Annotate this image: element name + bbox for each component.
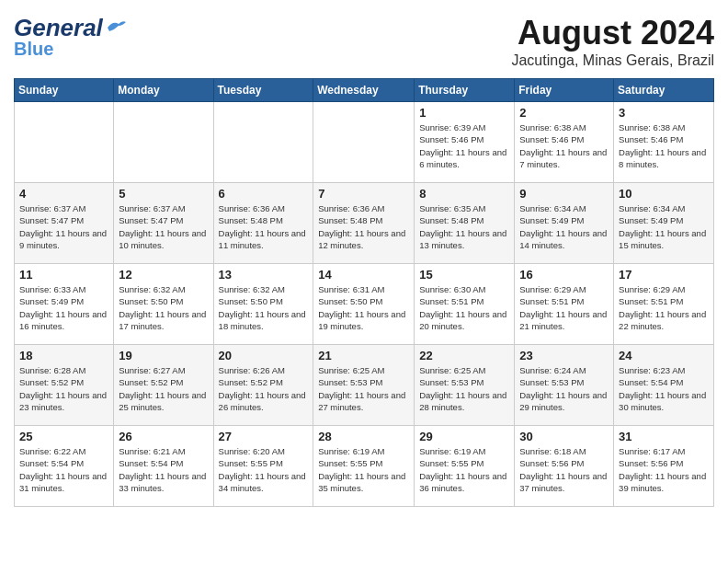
calendar-cell: 1Sunrise: 6:39 AMSunset: 5:46 PMDaylight… (415, 102, 515, 183)
calendar-cell: 3Sunrise: 6:38 AMSunset: 5:46 PMDaylight… (614, 102, 714, 183)
calendar-cell: 31Sunrise: 6:17 AMSunset: 5:56 PMDayligh… (614, 426, 714, 507)
calendar-week-3: 11Sunrise: 6:33 AMSunset: 5:49 PMDayligh… (15, 264, 714, 345)
day-info: Sunrise: 6:38 AMSunset: 5:46 PMDaylight:… (519, 121, 609, 170)
calendar-cell: 6Sunrise: 6:36 AMSunset: 5:48 PMDaylight… (213, 183, 313, 264)
calendar-cell: 27Sunrise: 6:20 AMSunset: 5:55 PMDayligh… (213, 426, 313, 507)
day-number: 22 (419, 349, 509, 362)
day-info: Sunrise: 6:18 AMSunset: 5:56 PMDaylight:… (519, 445, 609, 494)
day-number: 31 (619, 430, 709, 443)
day-info: Sunrise: 6:37 AMSunset: 5:47 PMDaylight:… (19, 202, 108, 251)
calendar-cell: 13Sunrise: 6:32 AMSunset: 5:50 PMDayligh… (213, 264, 313, 345)
day-number: 15 (419, 268, 509, 282)
day-header-friday: Friday (515, 79, 614, 102)
calendar-week-5: 25Sunrise: 6:22 AMSunset: 5:54 PMDayligh… (15, 426, 714, 507)
day-info: Sunrise: 6:37 AMSunset: 5:47 PMDaylight:… (119, 202, 208, 251)
day-header-monday: Monday (114, 79, 213, 102)
calendar-cell (313, 102, 415, 183)
day-number: 19 (119, 349, 208, 362)
day-number: 18 (19, 349, 108, 362)
day-number: 16 (519, 268, 609, 282)
day-info: Sunrise: 6:30 AMSunset: 5:51 PMDaylight:… (419, 283, 509, 332)
calendar-cell: 7Sunrise: 6:36 AMSunset: 5:48 PMDaylight… (313, 183, 415, 264)
day-number: 5 (119, 187, 208, 201)
calendar-cell (114, 102, 213, 183)
calendar-cell: 26Sunrise: 6:21 AMSunset: 5:54 PMDayligh… (114, 426, 213, 507)
title-area: August 2024 Jacutinga, Minas Gerais, Bra… (511, 14, 714, 69)
calendar-table: SundayMondayTuesdayWednesdayThursdayFrid… (14, 78, 714, 507)
day-number: 10 (619, 187, 709, 201)
day-header-sunday: Sunday (15, 79, 114, 102)
calendar-cell: 28Sunrise: 6:19 AMSunset: 5:55 PMDayligh… (313, 426, 415, 507)
day-header-thursday: Thursday (415, 79, 515, 102)
day-number: 14 (318, 268, 409, 282)
day-info: Sunrise: 6:29 AMSunset: 5:51 PMDaylight:… (619, 283, 709, 332)
day-number: 4 (19, 187, 108, 201)
day-number: 26 (119, 430, 208, 443)
calendar-week-2: 4Sunrise: 6:37 AMSunset: 5:47 PMDaylight… (15, 183, 714, 264)
day-info: Sunrise: 6:32 AMSunset: 5:50 PMDaylight:… (219, 283, 309, 332)
calendar-cell: 9Sunrise: 6:34 AMSunset: 5:49 PMDaylight… (515, 183, 614, 264)
calendar-cell: 29Sunrise: 6:19 AMSunset: 5:55 PMDayligh… (415, 426, 515, 507)
month-year-title: August 2024 (511, 14, 714, 52)
day-number: 28 (318, 430, 409, 443)
day-info: Sunrise: 6:25 AMSunset: 5:53 PMDaylight:… (318, 364, 409, 413)
day-number: 1 (419, 106, 509, 120)
calendar-cell: 22Sunrise: 6:25 AMSunset: 5:53 PMDayligh… (415, 345, 515, 426)
calendar-cell: 30Sunrise: 6:18 AMSunset: 5:56 PMDayligh… (515, 426, 614, 507)
logo: General Blue (14, 14, 126, 60)
day-info: Sunrise: 6:36 AMSunset: 5:48 PMDaylight:… (318, 202, 409, 251)
day-number: 24 (619, 349, 709, 362)
day-number: 21 (318, 349, 409, 362)
day-number: 17 (619, 268, 709, 282)
calendar-header-row: SundayMondayTuesdayWednesdayThursdayFrid… (15, 79, 714, 102)
day-number: 29 (419, 430, 509, 443)
calendar-cell: 18Sunrise: 6:28 AMSunset: 5:52 PMDayligh… (15, 345, 114, 426)
calendar-cell: 12Sunrise: 6:32 AMSunset: 5:50 PMDayligh… (114, 264, 213, 345)
calendar-cell: 5Sunrise: 6:37 AMSunset: 5:47 PMDaylight… (114, 183, 213, 264)
calendar-cell: 19Sunrise: 6:27 AMSunset: 5:52 PMDayligh… (114, 345, 213, 426)
day-info: Sunrise: 6:34 AMSunset: 5:49 PMDaylight:… (519, 202, 609, 251)
day-info: Sunrise: 6:28 AMSunset: 5:52 PMDaylight:… (19, 364, 108, 413)
day-number: 9 (519, 187, 609, 201)
day-number: 7 (318, 187, 409, 201)
day-info: Sunrise: 6:34 AMSunset: 5:49 PMDaylight:… (619, 202, 709, 251)
day-number: 11 (19, 268, 108, 282)
calendar-cell: 20Sunrise: 6:26 AMSunset: 5:52 PMDayligh… (213, 345, 313, 426)
day-info: Sunrise: 6:23 AMSunset: 5:54 PMDaylight:… (619, 364, 709, 413)
day-info: Sunrise: 6:25 AMSunset: 5:53 PMDaylight:… (419, 364, 509, 413)
calendar-cell: 4Sunrise: 6:37 AMSunset: 5:47 PMDaylight… (15, 183, 114, 264)
calendar-cell: 24Sunrise: 6:23 AMSunset: 5:54 PMDayligh… (614, 345, 714, 426)
day-info: Sunrise: 6:19 AMSunset: 5:55 PMDaylight:… (318, 445, 409, 494)
day-info: Sunrise: 6:31 AMSunset: 5:50 PMDaylight:… (318, 283, 409, 332)
calendar-cell: 21Sunrise: 6:25 AMSunset: 5:53 PMDayligh… (313, 345, 415, 426)
calendar-cell: 23Sunrise: 6:24 AMSunset: 5:53 PMDayligh… (515, 345, 614, 426)
calendar-cell: 8Sunrise: 6:35 AMSunset: 5:48 PMDaylight… (415, 183, 515, 264)
day-number: 25 (19, 430, 108, 443)
calendar-cell: 2Sunrise: 6:38 AMSunset: 5:46 PMDaylight… (515, 102, 614, 183)
day-info: Sunrise: 6:22 AMSunset: 5:54 PMDaylight:… (19, 445, 108, 494)
day-info: Sunrise: 6:27 AMSunset: 5:52 PMDaylight:… (119, 364, 208, 413)
day-info: Sunrise: 6:17 AMSunset: 5:56 PMDaylight:… (619, 445, 709, 494)
day-info: Sunrise: 6:33 AMSunset: 5:49 PMDaylight:… (19, 283, 108, 332)
calendar-cell: 15Sunrise: 6:30 AMSunset: 5:51 PMDayligh… (415, 264, 515, 345)
day-info: Sunrise: 6:19 AMSunset: 5:55 PMDaylight:… (419, 445, 509, 494)
page-header: General Blue August 2024 Jacutinga, Mina… (14, 14, 714, 69)
day-number: 23 (519, 349, 609, 362)
calendar-cell: 16Sunrise: 6:29 AMSunset: 5:51 PMDayligh… (515, 264, 614, 345)
day-number: 27 (219, 430, 309, 443)
location-subtitle: Jacutinga, Minas Gerais, Brazil (511, 52, 714, 69)
day-number: 12 (119, 268, 208, 282)
day-info: Sunrise: 6:39 AMSunset: 5:46 PMDaylight:… (419, 121, 509, 170)
logo-blue: Blue (14, 39, 53, 60)
day-header-wednesday: Wednesday (313, 79, 415, 102)
calendar-cell: 17Sunrise: 6:29 AMSunset: 5:51 PMDayligh… (614, 264, 714, 345)
day-number: 2 (519, 106, 609, 120)
day-number: 3 (619, 106, 709, 120)
day-header-tuesday: Tuesday (213, 79, 313, 102)
day-info: Sunrise: 6:24 AMSunset: 5:53 PMDaylight:… (519, 364, 609, 413)
calendar-cell: 14Sunrise: 6:31 AMSunset: 5:50 PMDayligh… (313, 264, 415, 345)
day-number: 20 (219, 349, 309, 362)
day-info: Sunrise: 6:26 AMSunset: 5:52 PMDaylight:… (219, 364, 309, 413)
day-number: 30 (519, 430, 609, 443)
calendar-week-4: 18Sunrise: 6:28 AMSunset: 5:52 PMDayligh… (15, 345, 714, 426)
